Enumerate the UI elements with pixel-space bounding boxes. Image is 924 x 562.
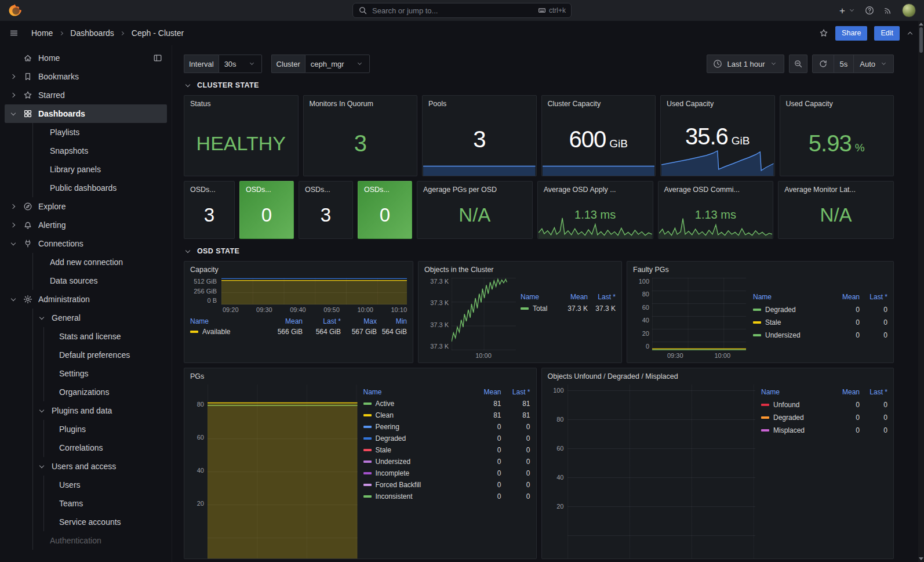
sidebar-item-home[interactable]: Home bbox=[5, 49, 167, 67]
legend-header[interactable]: Name bbox=[753, 293, 826, 301]
cluster-variable[interactable]: Cluster ceph_mgr bbox=[271, 55, 370, 73]
section-osd-state[interactable]: OSD STATE bbox=[184, 247, 894, 255]
legend-series[interactable]: Undersized bbox=[363, 458, 468, 466]
legend-header[interactable]: Mean bbox=[826, 388, 860, 396]
legend-header[interactable]: Mean bbox=[468, 388, 501, 396]
interval-variable[interactable]: Interval 30s bbox=[184, 55, 262, 73]
chevron-right-icon[interactable] bbox=[9, 72, 17, 81]
legend-series[interactable]: Degraded bbox=[753, 306, 826, 314]
help-button[interactable] bbox=[865, 6, 874, 15]
legend-series[interactable]: Peering bbox=[363, 423, 468, 431]
page-scrollbar[interactable] bbox=[918, 21, 924, 562]
legend-header[interactable]: Last * bbox=[860, 388, 887, 396]
sidebar-item-playlists[interactable]: Playlists bbox=[33, 123, 167, 142]
refresh-interval-value[interactable]: 5s bbox=[834, 55, 854, 72]
sidebar-item-organizations[interactable]: Organizations bbox=[44, 383, 167, 401]
sidebar-item-default-preferences[interactable]: Default preferences bbox=[44, 346, 167, 364]
cluster-select[interactable]: ceph_mgr bbox=[305, 55, 370, 73]
auto-refresh-select[interactable]: Auto bbox=[853, 55, 893, 72]
legend-header[interactable]: Name bbox=[190, 317, 267, 325]
legend-series[interactable]: Stale bbox=[363, 446, 468, 454]
legend-series[interactable]: Stale bbox=[753, 318, 826, 327]
legend-series[interactable]: Available bbox=[190, 328, 267, 336]
legend-header[interactable]: Name bbox=[761, 388, 826, 396]
time-range-picker[interactable]: Last 1 hour bbox=[707, 55, 784, 73]
breadcrumb-dashboards[interactable]: Dashboards bbox=[70, 28, 114, 38]
legend-series[interactable]: Unfound bbox=[761, 401, 826, 409]
menu-toggle-button[interactable] bbox=[9, 28, 19, 38]
legend-header[interactable]: Mean bbox=[826, 293, 860, 301]
legend-series[interactable]: Forced Backfill bbox=[363, 481, 468, 489]
chevron-down-icon[interactable] bbox=[9, 110, 17, 118]
chevron-down-icon[interactable] bbox=[9, 240, 17, 248]
user-avatar[interactable] bbox=[902, 3, 916, 17]
legend-header[interactable]: Last * bbox=[860, 293, 887, 301]
legend-series[interactable]: Inconsistent bbox=[363, 492, 468, 501]
legend-header[interactable]: Mean bbox=[267, 317, 303, 325]
legend-series[interactable]: Active bbox=[363, 400, 468, 408]
legend-series[interactable]: Undersized bbox=[753, 331, 826, 339]
sidebar-item-users-and-access[interactable]: Users and access bbox=[33, 457, 167, 476]
sidebar-item-authentication[interactable]: Authentication bbox=[33, 531, 167, 550]
chevron-right-icon[interactable] bbox=[9, 91, 17, 99]
sidebar-item-dashboards[interactable]: Dashboards bbox=[5, 104, 167, 123]
sidebar-item-explore[interactable]: Explore bbox=[5, 197, 167, 216]
legend-series[interactable]: Incomplete bbox=[363, 469, 468, 477]
refresh-button[interactable] bbox=[813, 55, 834, 72]
legend-header[interactable]: Name bbox=[363, 388, 468, 396]
chevron-down-icon[interactable] bbox=[38, 407, 46, 415]
sidebar-item-library-panels[interactable]: Library panels bbox=[33, 160, 167, 179]
pgs-chart[interactable] bbox=[208, 385, 358, 559]
sidebar-item-correlations[interactable]: Correlations bbox=[44, 438, 167, 457]
sidebar-item-bookmarks[interactable]: Bookmarks bbox=[5, 67, 167, 86]
sidebar-item-public-dashboards[interactable]: Public dashboards bbox=[33, 179, 167, 197]
collapse-bar-icon[interactable] bbox=[907, 29, 915, 37]
legend-header[interactable]: Last * bbox=[303, 317, 341, 325]
sidebar-item-service-accounts[interactable]: Service accounts bbox=[44, 513, 167, 531]
interval-select[interactable]: 30s bbox=[219, 55, 262, 73]
sidebar-item-data-sources[interactable]: Data sources bbox=[33, 271, 167, 290]
legend-header[interactable]: Max bbox=[341, 317, 377, 325]
zoom-out-button[interactable] bbox=[789, 55, 807, 73]
legend-series[interactable]: Clean bbox=[363, 411, 468, 419]
sidebar-item-plugins[interactable]: Plugins bbox=[44, 420, 167, 438]
chevron-down-icon[interactable] bbox=[38, 314, 46, 322]
capacity-chart[interactable] bbox=[221, 278, 407, 304]
scrollbar-thumb[interactable] bbox=[919, 27, 923, 53]
chevron-down-icon[interactable] bbox=[9, 295, 17, 303]
sidebar-item-administration[interactable]: Administration bbox=[5, 290, 167, 309]
objects-unfound-chart[interactable] bbox=[568, 385, 756, 559]
faulty-pgs-chart[interactable] bbox=[652, 278, 746, 350]
chevron-right-icon[interactable] bbox=[9, 202, 17, 211]
legend-header[interactable]: Min bbox=[377, 317, 407, 325]
legend-series[interactable]: Misplaced bbox=[761, 426, 826, 434]
sidebar-item-users[interactable]: Users bbox=[44, 476, 167, 494]
legend-series[interactable]: Degraded bbox=[363, 434, 468, 443]
sidebar-item-add-new-connection[interactable]: Add new connection bbox=[33, 253, 167, 271]
legend-header[interactable]: Last * bbox=[588, 293, 616, 301]
news-button[interactable] bbox=[883, 6, 893, 15]
grafana-logo[interactable] bbox=[8, 3, 22, 17]
sidebar-item-starred[interactable]: Starred bbox=[5, 86, 167, 104]
chevron-right-icon[interactable] bbox=[9, 221, 17, 229]
sidebar-item-snapshots[interactable]: Snapshots bbox=[33, 142, 167, 160]
legend-header[interactable]: Mean bbox=[554, 293, 588, 301]
legend-header[interactable]: Last * bbox=[501, 388, 530, 396]
sidebar-item-general[interactable]: General bbox=[33, 309, 167, 327]
sidebar-item-settings[interactable]: Settings bbox=[44, 364, 167, 383]
sidebar-item-stats-and-license[interactable]: Stats and license bbox=[44, 327, 167, 346]
add-button[interactable]: + bbox=[839, 6, 856, 16]
scrollbar-down-arrow[interactable] bbox=[919, 557, 923, 560]
search-input[interactable] bbox=[372, 6, 533, 15]
section-cluster-state[interactable]: CLUSTER STATE bbox=[184, 81, 894, 89]
chevron-down-icon[interactable] bbox=[38, 462, 46, 470]
sidebar-item-teams[interactable]: Teams bbox=[44, 494, 167, 513]
sidebar-item-connections[interactable]: Connections bbox=[5, 234, 167, 253]
objects-chart[interactable] bbox=[452, 278, 516, 350]
sidebar-item-alerting[interactable]: Alerting bbox=[5, 216, 167, 234]
legend-series[interactable]: Total bbox=[521, 304, 554, 313]
edit-button[interactable]: Edit bbox=[874, 26, 900, 41]
favorite-button[interactable] bbox=[819, 28, 828, 38]
share-button[interactable]: Share bbox=[835, 26, 867, 41]
search-box[interactable]: ctrl+k bbox=[352, 3, 572, 18]
